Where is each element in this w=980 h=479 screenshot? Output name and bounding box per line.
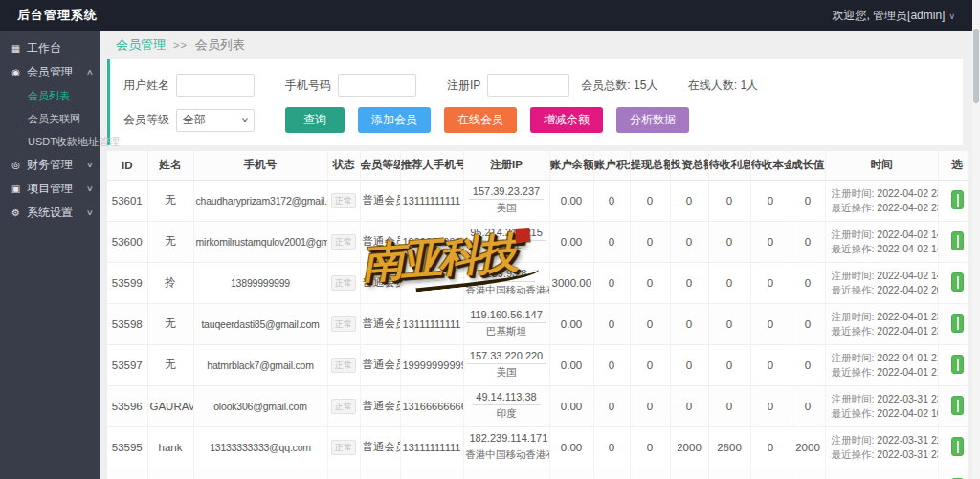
action-button[interactable] xyxy=(951,272,964,292)
cell-interest: 0 xyxy=(708,303,750,344)
action-button[interactable] xyxy=(951,396,964,415)
cell-level: 普通会员 xyxy=(360,180,400,221)
cell-id: 53601 xyxy=(107,180,147,221)
cell-growth: 0 xyxy=(791,180,825,221)
settings-icon: ⚙ xyxy=(10,207,22,218)
table-row: 53596GAURAVolook306@gmail.com正常普通会员13166… xyxy=(107,385,968,426)
status-badge[interactable]: 正常 xyxy=(331,193,356,208)
finance-icon: ◎ xyxy=(10,160,22,170)
status-badge[interactable]: 正常 xyxy=(331,440,356,455)
breadcrumb-section[interactable]: 会员管理 xyxy=(116,36,166,54)
sidebar-item-label: 工作台 xyxy=(27,40,61,56)
cell-time: 注册时间: 2022-04-01 23:46:57最近操作: 2022-04-0… xyxy=(825,303,938,344)
sidebar-item-system-settings[interactable]: ⚙系统设置∨ xyxy=(0,201,100,225)
cell-growth: 2000 xyxy=(791,426,825,468)
sidebar-subitem-member-network[interactable]: 会员关联网 xyxy=(0,107,100,130)
cell-level: 普通会员 xyxy=(360,262,400,303)
column-header: 账户积分 xyxy=(593,151,630,180)
cell-level: 普通会员 xyxy=(360,385,400,426)
cell-time: 注册时间: 2022-03-31 22:50:28最近操作: 2022-03-3… xyxy=(825,426,938,468)
online-members-value: 1人 xyxy=(740,78,758,92)
online-members-button[interactable]: 在线会员 xyxy=(444,107,517,133)
status-badge[interactable]: 正常 xyxy=(331,316,356,332)
register-ip-label: 注册IP xyxy=(447,77,480,94)
cell-referrer: 13111111111 xyxy=(400,303,463,344)
register-ip-input[interactable] xyxy=(487,74,569,97)
cell-growth: 0 xyxy=(791,468,825,479)
cell-id: 53597 xyxy=(107,344,147,385)
status-badge[interactable]: 正常 xyxy=(331,358,356,373)
cell-interest: 0 xyxy=(708,468,750,479)
scrollbar-thumb[interactable] xyxy=(973,29,979,103)
cell-balance: 3000.00 xyxy=(549,262,593,303)
cell-action xyxy=(938,221,968,262)
vertical-scrollbar[interactable] xyxy=(972,0,980,479)
chevron-down-icon: ∨ xyxy=(948,11,955,21)
cell-withdraw: 0 xyxy=(630,468,670,479)
status-badge[interactable]: 正常 xyxy=(331,275,356,291)
table-row: 53593无olook306@gamil.com正常普通会员1316666666… xyxy=(107,468,968,479)
action-button[interactable] xyxy=(951,314,964,333)
phone-input[interactable] xyxy=(338,74,416,97)
cell-invest: 0 xyxy=(670,180,708,221)
cell-ip: 239.93.8香港中国移动香港有限公司 xyxy=(463,262,549,303)
member-level-label: 会员等级 xyxy=(123,112,169,128)
cell-ip: 95.214.211.215西班牙 xyxy=(463,221,549,262)
sidebar-item-finance-management[interactable]: ◎财务管理∨ xyxy=(0,153,100,177)
cell-withdraw: 0 xyxy=(630,344,670,385)
filter-panel: 用户姓名 手机号码 注册IP 会员总数: 15人 在线人数: 1人 会员等级 全… xyxy=(107,59,963,145)
cell-action xyxy=(938,468,968,479)
cell-principal: 0 xyxy=(750,262,791,303)
cell-invest: 2000 xyxy=(670,426,708,468)
ip-address: 182.239.114.171 xyxy=(466,432,550,446)
sidebar-item-workbench[interactable]: ▦工作台 xyxy=(0,36,100,60)
analyze-data-button[interactable]: 分析数据 xyxy=(616,107,689,133)
phone-label: 手机号码 xyxy=(285,77,331,94)
cell-time: 注册时间: 2022-03-31 23:34:51最近操作: 2022-04-0… xyxy=(825,385,938,426)
cell-withdraw: 0 xyxy=(630,426,670,468)
cell-referrer: 19999999999 xyxy=(400,221,463,262)
cell-invest: 0 xyxy=(670,303,708,344)
sidebar-item-project-management[interactable]: ▣项目管理∨ xyxy=(0,177,100,201)
search-button[interactable]: 查询 xyxy=(285,107,345,133)
action-button[interactable] xyxy=(951,190,964,209)
cell-growth: 0 xyxy=(791,344,825,385)
cell-referrer: 19999999999 xyxy=(400,344,463,385)
cell-level: 普通会员 xyxy=(360,303,400,344)
action-button[interactable] xyxy=(951,231,964,250)
select-chevron-icon: ∨ xyxy=(241,116,250,124)
sidebar-subitem-member-list[interactable]: 会员列表 xyxy=(0,84,100,107)
cell-balance: 0.00 xyxy=(549,344,593,385)
cell-interest: 0 xyxy=(708,221,750,262)
cell-name: 无 xyxy=(147,303,193,344)
cell-balance: 0.00 xyxy=(549,180,593,221)
ip-location: 香港中国移动香港有限公司 xyxy=(466,284,547,297)
action-button[interactable] xyxy=(951,355,964,374)
cell-interest: 0 xyxy=(708,344,750,385)
cell-action xyxy=(938,180,968,221)
column-header: 账户余额 xyxy=(549,151,593,180)
cell-status: 正常 xyxy=(327,468,360,479)
ip-location: 巴基斯坦 xyxy=(466,325,547,338)
username-input[interactable] xyxy=(176,74,255,97)
cell-withdraw: 0 xyxy=(630,262,670,303)
table-row: 53600无mirkomilrustamqulov2001@gmail.com正… xyxy=(107,221,968,262)
add-member-button[interactable]: 添加会员 xyxy=(358,107,431,133)
cell-principal: 0 xyxy=(750,180,791,221)
member-level-select[interactable]: 全部 ∨ xyxy=(176,109,255,132)
member-level-value: 全部 xyxy=(183,112,206,128)
status-badge[interactable]: 正常 xyxy=(331,399,356,414)
action-button[interactable] xyxy=(951,437,964,456)
cell-interest: 2600 xyxy=(708,426,750,468)
user-menu[interactable]: 欢迎您, 管理员[admin]∨ xyxy=(832,8,955,24)
adjust-balance-button[interactable]: 增减余额 xyxy=(530,107,603,133)
table-row: 53601无chaudharyprizam3172@gmail.com正常普通会… xyxy=(107,180,968,221)
cell-action xyxy=(938,385,968,426)
breadcrumb-page: 会员列表 xyxy=(195,36,245,54)
cell-phone: 13899999999 xyxy=(193,262,327,303)
sidebar-subitem-usdt-address[interactable]: USDT收款地址管理 xyxy=(0,130,100,153)
cell-ip: 119.160.56.147巴基斯坦 xyxy=(463,303,549,344)
sidebar-item-member-management[interactable]: ◉会员管理∧ xyxy=(0,60,100,84)
status-badge[interactable]: 正常 xyxy=(331,234,356,250)
cell-action xyxy=(938,262,968,303)
